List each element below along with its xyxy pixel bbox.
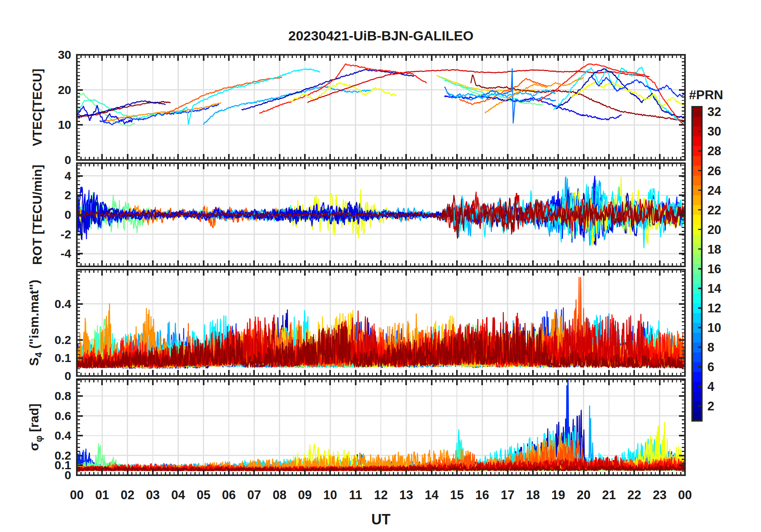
colorbar-title: #PRN xyxy=(689,88,723,102)
y-tick-label: 20 xyxy=(58,83,71,96)
y-tick-label: 0.4 xyxy=(54,297,71,310)
colorbar-segment xyxy=(692,156,702,166)
x-tick-label: 17 xyxy=(501,488,514,502)
x-tick-label: 00 xyxy=(70,488,84,502)
y-axis-label-rot: ROT [TECU/min] xyxy=(30,165,44,265)
colorbar-tick-label: 6 xyxy=(707,360,714,374)
colorbar-segment xyxy=(692,293,702,303)
y-tick-label: 10 xyxy=(58,118,71,131)
colorbar-tick-label: 32 xyxy=(707,105,721,119)
panel-sigma-phi: 00.10.20.40.60.8σφ [rad] xyxy=(27,367,685,482)
y-tick-label: 0.1 xyxy=(54,351,71,364)
y-tick-label: -2 xyxy=(60,228,71,241)
label-text: [rad] xyxy=(27,404,41,432)
colorbar-tick-label: 22 xyxy=(707,203,721,217)
colorbar-segment xyxy=(692,136,702,146)
figure-root: 0102030VTEC[TECU]-4-2024ROT [TECU/min]00… xyxy=(0,0,761,532)
x-tick-label: 01 xyxy=(95,488,109,502)
x-tick-label: 09 xyxy=(298,488,312,502)
x-tick-label: 15 xyxy=(450,488,464,502)
colorbar-tick-label: 24 xyxy=(707,184,721,198)
panel-s4: 00.10.20.4S4 ("ism.mat") xyxy=(27,270,685,382)
colorbar-tick-label: 18 xyxy=(707,242,721,256)
y-tick-label: 4 xyxy=(64,169,71,182)
x-tick-label: 04 xyxy=(171,488,185,502)
y-tick-label: 0 xyxy=(64,208,71,221)
y-axis-label-sigma-phi: σφ [rad] xyxy=(27,404,44,451)
y-tick-label: 0.2 xyxy=(54,449,71,462)
colorbar-tick-label: 14 xyxy=(707,282,721,296)
colorbar-tick-label: 12 xyxy=(707,301,721,315)
colorbar-tick-label: 10 xyxy=(707,321,721,335)
y-tick-label: 0 xyxy=(64,369,71,382)
y-axis-label-vtec: VTEC[TECU] xyxy=(30,69,44,146)
x-tick-label: 16 xyxy=(475,488,489,502)
colorbar-tick-label: 4 xyxy=(707,380,715,394)
label-text: VTEC[TECU] xyxy=(30,69,44,146)
subscript-text: 4 xyxy=(34,352,44,357)
x-tick-label: 13 xyxy=(399,488,413,502)
y-tick-label: 30 xyxy=(58,48,71,61)
x-tick-label: 19 xyxy=(551,488,565,502)
colorbar-segment xyxy=(692,274,702,284)
y-tick-label: 0.2 xyxy=(54,333,71,346)
label-text: ROT [TECU/min] xyxy=(30,165,44,265)
chart-canvas: 0102030VTEC[TECU]-4-2024ROT [TECU/min]00… xyxy=(0,0,761,532)
x-tick-label: 06 xyxy=(222,488,236,502)
colorbar-segment xyxy=(692,176,702,186)
colorbar-segment xyxy=(692,195,702,205)
x-tick-label: 20 xyxy=(577,488,590,502)
colorbar-tick-label: 8 xyxy=(707,340,714,354)
colorbar-segment xyxy=(692,215,702,225)
x-tick-label: 14 xyxy=(425,488,439,502)
y-tick-label: 2 xyxy=(64,188,71,202)
colorbar-segment xyxy=(692,352,702,362)
panel-rot: -4-2024ROT [TECU/min] xyxy=(30,163,685,266)
x-tick-label: 02 xyxy=(120,488,134,502)
colorbar-tick-label: 20 xyxy=(707,223,721,237)
x-axis-label: UT xyxy=(371,511,391,528)
label-text: σ xyxy=(27,442,41,451)
y-tick-label: 0.6 xyxy=(54,409,71,422)
x-tick-label: 22 xyxy=(627,488,641,502)
y-tick-label: -4 xyxy=(60,247,71,260)
x-tick-label: 05 xyxy=(196,488,210,502)
y-tick-label: 0.8 xyxy=(54,389,71,402)
y-tick-label: 0 xyxy=(64,153,71,166)
chart-title: 20230421-UiB-BJN-GALILEO xyxy=(288,28,474,43)
panel-vtec: 0102030VTEC[TECU] xyxy=(30,48,685,166)
subscript-text: φ xyxy=(34,436,44,442)
generated-chart-layer: 0102030VTEC[TECU]-4-2024ROT [TECU/min]00… xyxy=(27,48,721,502)
colorbar: 2468101214161820222426283032 xyxy=(692,105,721,421)
x-tick-labels: 0001020304050607080910111213141516171819… xyxy=(70,488,692,502)
colorbar-segment xyxy=(692,372,702,382)
colorbar-segment xyxy=(692,117,702,127)
y-axis-label-s4: S4 ("ism.mat") xyxy=(27,280,44,366)
colorbar-segment xyxy=(692,313,702,323)
x-tick-label: 07 xyxy=(247,488,261,502)
x-tick-label: 23 xyxy=(653,488,666,502)
x-tick-label: 03 xyxy=(146,488,160,502)
colorbar-tick-label: 26 xyxy=(707,164,721,178)
colorbar-segment xyxy=(692,332,702,342)
colorbar-segment xyxy=(692,391,702,401)
x-tick-label: 08 xyxy=(272,488,286,502)
colorbar-segment xyxy=(692,234,702,244)
x-tick-label: 11 xyxy=(349,488,362,502)
x-tick-label: 21 xyxy=(602,488,616,502)
x-tick-label: 12 xyxy=(374,488,388,502)
x-tick-label: 10 xyxy=(323,488,337,502)
colorbar-tick-label: 28 xyxy=(707,144,721,158)
colorbar-segment xyxy=(692,254,702,264)
label-text: ("ism.mat") xyxy=(27,280,41,349)
y-tick-label: 0.4 xyxy=(54,429,71,442)
colorbar-segment xyxy=(692,411,702,421)
x-tick-label: 18 xyxy=(526,488,540,502)
colorbar-tick-label: 16 xyxy=(707,262,721,276)
label-text: S xyxy=(27,357,41,366)
colorbar-tick-label: 30 xyxy=(707,124,721,138)
colorbar-tick-label: 2 xyxy=(707,399,714,413)
x-tick-label: 00 xyxy=(678,488,692,502)
